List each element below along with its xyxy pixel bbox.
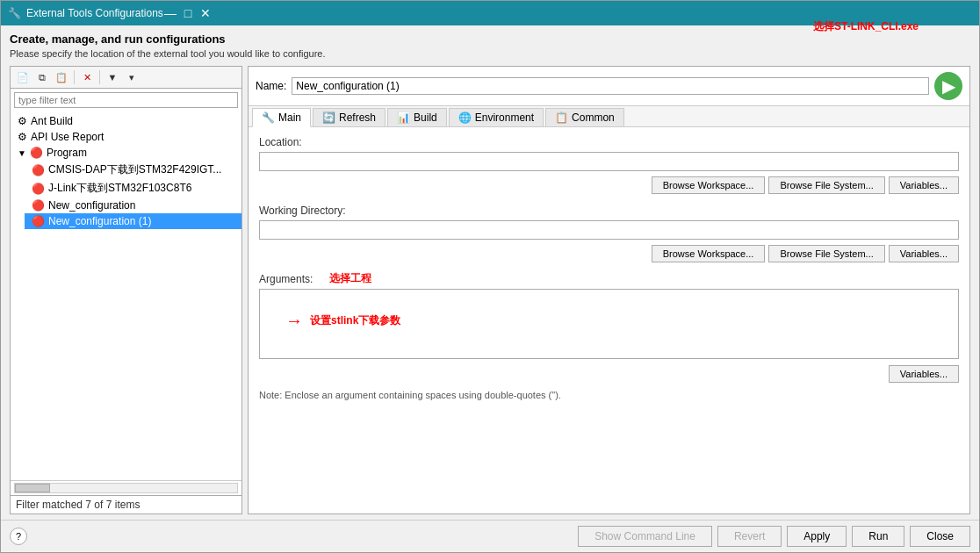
tab-environment-icon: 🌐 (458, 111, 472, 124)
window-title: External Tools Configurations (26, 7, 163, 19)
tab-main-label: Main (278, 111, 301, 124)
scroll-track[interactable] (14, 483, 238, 493)
program-label: Program (47, 147, 87, 159)
api-report-icon: ⚙ (18, 131, 27, 143)
tab-common-icon: 📋 (555, 111, 568, 124)
close-button[interactable]: ✕ (198, 6, 213, 20)
note-text: Note: Enclose an argument containing spa… (259, 390, 959, 400)
jlink-icon: 🔴 (32, 183, 45, 195)
duplicate-button[interactable]: ⧉ (33, 68, 51, 86)
location-buttons: Browse Workspace... Browse File System..… (259, 176, 959, 194)
location-section: Location: Browse Workspace... Browse Fil… (259, 136, 959, 194)
main-panel: 📄 ⧉ 📋 ✕ ▼ ▾ ⚙ A (10, 66, 970, 514)
separator-1 (74, 70, 75, 84)
tab-common[interactable]: 📋 Common (545, 108, 624, 126)
filter-dropdown-button[interactable]: ▾ (123, 68, 141, 86)
separator-2 (99, 70, 100, 84)
annotation-stlink: 选择ST-LINK_CLI.exe (813, 19, 919, 34)
scroll-bar-area (11, 480, 241, 495)
tab-refresh-icon: 🔄 (322, 111, 335, 124)
tab-build[interactable]: 📊 Build (387, 108, 447, 126)
left-panel: 📄 ⧉ 📋 ✕ ▼ ▾ ⚙ A (10, 66, 242, 514)
program-children: 🔴 CMSIS-DAP下载到STM32F429IGT... 🔴 J-Link下载… (11, 161, 241, 229)
cmsis-label: CMSIS-DAP下载到STM32F429IGT... (48, 162, 221, 177)
arguments-footer: Variables... (259, 365, 959, 383)
jlink-label: J-Link下载到STM32F103C8T6 (48, 181, 191, 196)
tab-common-label: Common (572, 111, 615, 124)
arguments-section: Arguments: → 设置stlink下载参数 Variables... (259, 273, 959, 383)
header-title: Create, manage, and run configurations (10, 32, 970, 46)
working-dir-section: Working Directory: 选择工程 Browse Workspace… (259, 205, 959, 262)
program-group-header[interactable]: ▼ 🔴 Program (11, 145, 241, 161)
revert-button[interactable]: Revert (717, 526, 782, 547)
tab-refresh[interactable]: 🔄 Refresh (313, 108, 386, 126)
api-report-label: API Use Report (31, 131, 104, 143)
main-window: 🔧 External Tools Configurations — □ ✕ Cr… (0, 0, 980, 553)
tab-build-label: Build (414, 111, 437, 124)
variables-button-2[interactable]: Variables... (889, 245, 959, 262)
cmsis-icon: 🔴 (32, 164, 45, 176)
left-footer: Filter matched 7 of 7 items (11, 495, 241, 514)
maximize-button[interactable]: □ (181, 6, 195, 20)
working-dir-buttons: 选择工程 Browse Workspace... Browse File Sys… (259, 245, 959, 262)
variables-button-3[interactable]: Variables... (889, 365, 959, 383)
delete-button[interactable]: ✕ (78, 68, 96, 86)
name-input[interactable] (292, 77, 929, 95)
new-config-icon: 🔴 (32, 199, 45, 212)
name-label: Name: (256, 80, 286, 92)
new-config-button[interactable]: 📄 (14, 68, 32, 86)
right-panel: Name: 选择ST-LINK_CLI.exe ▶ 🔧 (248, 66, 970, 514)
scroll-thumb[interactable] (15, 484, 50, 492)
copy-button[interactable]: 📋 (53, 68, 70, 86)
tab-main-icon: 🔧 (262, 111, 275, 124)
working-dir-label: Working Directory: (259, 205, 959, 217)
tree-group-program: ▼ 🔴 Program 🔴 CMSIS-DAP下载到STM32F429IGT..… (11, 145, 241, 229)
tree-item-api-report[interactable]: ⚙ API Use Report (11, 129, 241, 145)
browse-filesystem-button-2[interactable]: Browse File System... (768, 245, 884, 262)
bottom-right: Show Command Line Revert Apply Run Close (578, 526, 970, 547)
help-button[interactable]: ? (10, 528, 27, 545)
tab-main[interactable]: 🔧 Main (252, 108, 311, 127)
location-input[interactable] (259, 152, 959, 171)
apply-button[interactable]: Apply (787, 526, 847, 547)
show-command-line-button[interactable]: Show Command Line (578, 526, 712, 547)
arguments-label: Arguments: (259, 273, 959, 285)
close-button-bottom[interactable]: Close (910, 526, 970, 547)
browse-filesystem-button-1[interactable]: Browse File System... (768, 176, 884, 194)
filter-input[interactable] (14, 92, 238, 108)
minimize-button[interactable]: — (163, 6, 177, 20)
tab-build-icon: 📊 (397, 111, 410, 124)
variables-button-1[interactable]: Variables... (889, 176, 959, 194)
tree-child-cmsis[interactable]: 🔴 CMSIS-DAP下载到STM32F429IGT... (25, 161, 241, 179)
name-bar: Name: 选择ST-LINK_CLI.exe ▶ (249, 67, 969, 106)
new-config-1-icon: 🔴 (32, 215, 45, 227)
filter-button[interactable]: ▼ (104, 68, 121, 86)
browse-workspace-button-1[interactable]: Browse Workspace... (652, 176, 766, 194)
bottom-left: ? (10, 528, 27, 545)
tabs-bar: 🔧 Main 🔄 Refresh 📊 Build 🌐 Environment (249, 106, 969, 127)
program-icon: 🔴 (30, 147, 43, 159)
browse-workspace-button-2[interactable]: Browse Workspace... (652, 245, 766, 262)
title-controls: — □ ✕ (163, 6, 213, 20)
arguments-textarea[interactable] (259, 289, 959, 359)
tab-refresh-label: Refresh (339, 111, 376, 124)
filter-area (14, 92, 238, 108)
working-dir-input[interactable] (259, 220, 959, 240)
tab-content-main: ↑ Location: Browse Workspace... Browse F… (249, 127, 969, 514)
header-subtitle: Please specify the location of the exter… (10, 48, 970, 59)
tree-child-jlink[interactable]: 🔴 J-Link下载到STM32F103C8T6 (25, 179, 241, 198)
filter-status: Filter matched 7 of 7 items (16, 499, 140, 511)
expand-icon: ▼ (18, 148, 26, 158)
location-label: Location: (259, 136, 959, 148)
tree-child-new-config[interactable]: 🔴 New_configuration (25, 198, 241, 213)
new-config-1-label: New_configuration (1) (48, 215, 151, 227)
tab-environment[interactable]: 🌐 Environment (449, 108, 544, 126)
run-icon: ▶ (934, 72, 962, 100)
run-button[interactable]: Run (852, 526, 904, 547)
tree-area: ⚙ Ant Build ⚙ API Use Report ▼ 🔴 Program (11, 111, 241, 480)
tree-child-new-config-1[interactable]: 🔴 New_configuration (1) (25, 213, 241, 229)
bottom-bar: ? Show Command Line Revert Apply Run Clo… (1, 520, 979, 552)
header: Create, manage, and run configurations P… (10, 32, 970, 59)
arguments-container: → 设置stlink下载参数 (259, 289, 959, 362)
tree-item-ant-build[interactable]: ⚙ Ant Build (11, 113, 241, 129)
